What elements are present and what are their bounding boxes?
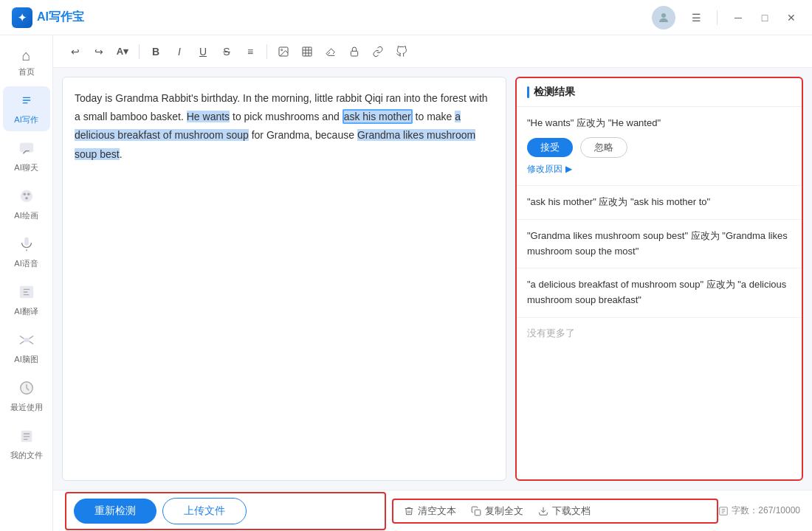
- word-count: 字数：267/10000: [718, 504, 800, 517]
- results-panel: 检测结果 "He wants" 应改为 "He wanted" 接受 忽略 修改…: [515, 77, 803, 481]
- text-middle-1: to pick mushrooms and: [230, 111, 343, 122]
- text-highlight-ask-mother: ask his mother: [343, 109, 413, 124]
- voice-icon: [18, 236, 35, 256]
- download-icon: [538, 506, 548, 516]
- no-more-text: 没有更多了: [517, 318, 802, 349]
- lock-button[interactable]: [344, 41, 365, 62]
- bottom-bar: 重新检测 上传文件 清空文本 复制全文 下载文档 字数：: [53, 490, 812, 531]
- ignore-button-1[interactable]: 忽略: [580, 137, 627, 158]
- italic-button[interactable]: I: [169, 41, 190, 62]
- bottom-actions: 重新检测 上传文件: [65, 492, 386, 530]
- svg-rect-7: [24, 237, 29, 246]
- svg-rect-25: [475, 510, 481, 516]
- sidebar: ⌂ 首页 AI写作 AI聊天 AI绘画 AI语音: [0, 35, 53, 531]
- results-body: "He wants" 应改为 "He wanted" 接受 忽略 修改原因 ▶ …: [517, 107, 802, 479]
- svg-point-6: [25, 197, 28, 200]
- result-item-3: "Grandma likes mushroom soup best" 应改为 "…: [517, 220, 802, 269]
- download-label: 下载文档: [552, 504, 591, 518]
- sidebar-item-ai-mindmap[interactable]: AI脑图: [3, 326, 50, 371]
- window-controls: ☰ ─ □ ✕: [687, 9, 800, 27]
- svg-rect-24: [351, 51, 357, 56]
- sidebar-item-my-files[interactable]: 我的文件: [3, 422, 50, 467]
- sidebar-item-ai-draw[interactable]: AI绘画: [3, 182, 50, 227]
- menu-button[interactable]: ☰: [687, 9, 705, 27]
- sidebar-item-ai-translate[interactable]: AI翻译: [3, 278, 50, 323]
- sidebar-item-home[interactable]: ⌂ 首页: [3, 41, 50, 83]
- recent-icon: [18, 380, 35, 400]
- results-header: 检测结果: [517, 78, 802, 107]
- sidebar-item-recent[interactable]: 最近使用: [3, 374, 50, 419]
- table-button[interactable]: [297, 41, 317, 62]
- app-name: AI写作宝: [37, 10, 84, 25]
- word-count-label: 字数：267/10000: [732, 504, 800, 517]
- results-header-bar: [527, 86, 529, 98]
- logo-icon: ✦: [12, 7, 32, 28]
- svg-point-4: [23, 192, 26, 195]
- editor-wrapper: Today is Grandma Rabbit's birthday. In t…: [53, 68, 812, 490]
- result-text-2: "ask his mother" 应改为 "ask his mother to": [527, 195, 791, 210]
- svg-point-3: [20, 190, 32, 203]
- svg-line-14: [29, 341, 32, 344]
- svg-line-12: [19, 341, 24, 344]
- svg-line-13: [29, 336, 32, 339]
- toolbar-divider-1: [139, 44, 140, 59]
- text-middle-3: for Grandma, because: [249, 129, 357, 141]
- underline-button[interactable]: U: [193, 41, 213, 62]
- svg-line-11: [19, 336, 24, 339]
- copy-text-button[interactable]: 复制全文: [471, 504, 523, 518]
- redo-button[interactable]: ↪: [89, 41, 109, 62]
- files-icon: [18, 428, 35, 448]
- image-button[interactable]: [273, 41, 294, 62]
- link-button[interactable]: [368, 41, 388, 62]
- download-button[interactable]: 下载文档: [538, 504, 591, 518]
- text-end: .: [120, 148, 123, 160]
- accept-button-1[interactable]: 接受: [527, 138, 573, 157]
- clear-label: 清空文本: [418, 504, 456, 518]
- editor-container[interactable]: Today is Grandma Rabbit's birthday. In t…: [62, 77, 506, 481]
- code-button[interactable]: [391, 41, 412, 62]
- result-text-3: "Grandma likes mushroom soup best" 应改为 "…: [527, 229, 791, 260]
- result-text-1: "He wants" 应改为 "He wanted": [527, 116, 791, 131]
- chevron-right-icon: ▶: [565, 162, 572, 176]
- recheck-button[interactable]: 重新检测: [74, 499, 156, 524]
- text-middle-2: to make: [413, 111, 455, 122]
- svg-rect-19: [303, 47, 312, 56]
- close-button[interactable]: ✕: [782, 9, 800, 27]
- svg-rect-10: [24, 338, 29, 342]
- write-icon: [18, 92, 35, 112]
- result-actions-1: 接受 忽略: [527, 137, 791, 158]
- bold-button[interactable]: B: [145, 41, 166, 62]
- toolbar-divider-2: [266, 44, 267, 59]
- clear-text-button[interactable]: 清空文本: [404, 504, 456, 518]
- main-layout: ⌂ 首页 AI写作 AI聊天 AI绘画 AI语音: [0, 35, 812, 531]
- modify-reason-1[interactable]: 修改原因 ▶: [527, 162, 791, 176]
- svg-point-0: [661, 13, 666, 18]
- app-logo: ✦ AI写作宝: [12, 7, 84, 28]
- text-highlight-he-wants: He wants: [187, 111, 230, 122]
- upload-button[interactable]: 上传文件: [162, 498, 247, 524]
- result-item-1: "He wants" 应改为 "He wanted" 接受 忽略 修改原因 ▶: [517, 107, 802, 186]
- eraser-button[interactable]: [320, 41, 341, 62]
- chat-icon: [18, 140, 35, 160]
- maximize-button[interactable]: □: [756, 9, 774, 27]
- strikethrough-button[interactable]: S: [216, 41, 237, 62]
- sidebar-item-ai-write[interactable]: AI写作: [3, 86, 50, 131]
- user-avatar[interactable]: [652, 6, 675, 30]
- home-icon: ⌂: [21, 47, 30, 64]
- copy-icon: [471, 506, 481, 516]
- word-count-icon: [718, 506, 729, 516]
- sidebar-item-ai-voice[interactable]: AI语音: [3, 230, 50, 275]
- results-title: 检测结果: [534, 86, 575, 99]
- draw-icon: [18, 188, 35, 208]
- editor-text[interactable]: Today is Grandma Rabbit's birthday. In t…: [63, 77, 506, 480]
- editor-toolbar: ↩ ↪ A▾ B I U S ≡: [53, 35, 812, 68]
- title-bar: ✦ AI写作宝 ☰ ─ □ ✕: [0, 0, 812, 35]
- align-button[interactable]: ≡: [240, 41, 261, 62]
- bottom-tools: 清空文本 复制全文 下载文档: [392, 499, 719, 524]
- sidebar-item-ai-chat[interactable]: AI聊天: [3, 134, 50, 179]
- translate-icon: [18, 284, 35, 304]
- minimize-button[interactable]: ─: [729, 9, 747, 27]
- font-button[interactable]: A▾: [112, 41, 133, 62]
- mindmap-icon: [18, 332, 35, 352]
- undo-button[interactable]: ↩: [65, 41, 86, 62]
